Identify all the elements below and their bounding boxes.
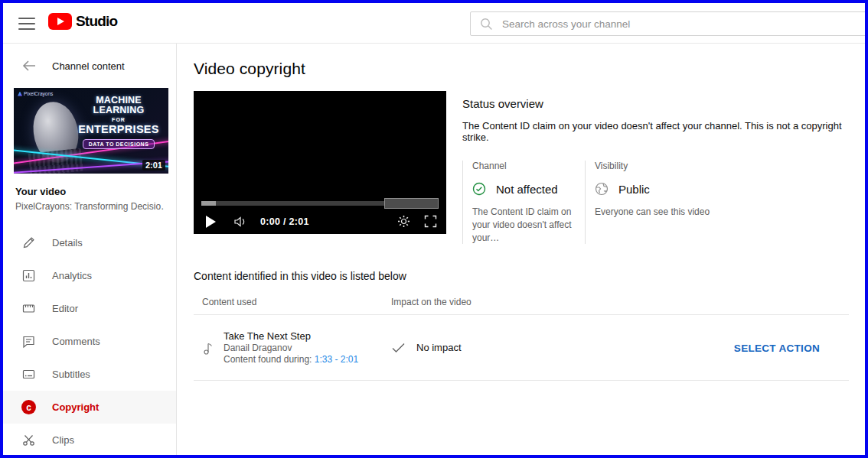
claim-artist: Danail Draganov — [224, 343, 358, 353]
sidebar-item-details[interactable]: Details — [3, 226, 176, 259]
thumbnail-title-line1: MACHINE LEARNING — [73, 96, 164, 115]
sidebar-item-label: Analytics — [52, 270, 92, 281]
video-title: PixelCrayons: Transforming Decisio… — [15, 201, 164, 212]
status-overview-section: Status overview The Content ID claim on … — [446, 91, 850, 244]
sidebar-item-clips[interactable]: Clips — [3, 424, 176, 455]
player-controls: 0:00 / 2:01 — [194, 209, 446, 234]
fullscreen-icon[interactable] — [424, 215, 437, 228]
claims-table-header: Content used Impact on the video — [194, 290, 849, 315]
claim-segment-marker[interactable] — [384, 198, 439, 209]
thumbnail-title-line2: FOR — [73, 117, 164, 122]
pencil-icon — [21, 235, 36, 250]
sidebar-item-label: Comments — [52, 336, 100, 347]
brand-text: Studio — [76, 13, 117, 30]
search-icon — [480, 18, 493, 31]
visibility-status-card: Visibility Public Everyone can see this … — [585, 161, 850, 244]
sidebar-item-label: Subtitles — [52, 369, 90, 380]
channel-label: Channel — [472, 161, 585, 171]
channel-status-value: Not affected — [496, 183, 558, 196]
check-circle-icon — [472, 182, 486, 196]
visibility-status-description: Everyone can see this video — [595, 206, 850, 219]
analytics-icon — [21, 268, 36, 283]
search-bar[interactable] — [470, 11, 865, 36]
editor-icon — [21, 301, 36, 316]
top-bar: Studio — [3, 3, 865, 44]
sidebar-item-editor[interactable]: Editor — [3, 292, 176, 325]
scissors-icon — [21, 433, 36, 447]
comments-icon — [21, 334, 36, 349]
app-window: Studio Channel content PixelCrayons MACH… — [0, 0, 868, 458]
back-label[interactable]: Channel content — [52, 60, 125, 72]
claims-table: Content used Impact on the video Take Th… — [194, 290, 849, 381]
time-display: 0:00 / 2:01 — [260, 216, 309, 227]
back-arrow-icon[interactable] — [21, 58, 37, 73]
subtitles-icon — [21, 367, 36, 382]
channel-status-card: Channel Not affected The Content ID clai… — [462, 161, 585, 244]
visibility-status-value: Public — [618, 183, 650, 196]
search-input[interactable] — [502, 18, 824, 30]
sidebar-item-copyright[interactable]: c Copyright — [3, 391, 176, 424]
claim-song-title: Take The Next Step — [224, 330, 358, 342]
sidebar-item-comments[interactable]: Comments — [3, 325, 176, 358]
main-content: Video copyright 0:00 / 2:01 — [177, 44, 865, 455]
impact-value: No impact — [416, 342, 462, 353]
settings-gear-icon[interactable] — [397, 215, 410, 228]
progress-played — [201, 201, 216, 206]
claim-found-during: Content found during: 1:33 - 2:01 — [224, 354, 358, 365]
claim-row: Take The Next Step Danail Draganov Conte… — [194, 315, 849, 381]
sidebar-item-label: Clips — [52, 434, 74, 446]
column-content-used: Content used — [194, 297, 391, 307]
youtube-studio-logo[interactable]: Studio — [48, 13, 117, 30]
check-icon — [391, 343, 406, 353]
visibility-label: Visibility — [595, 161, 850, 171]
content-list-heading: Content identified in this video is list… — [194, 270, 850, 282]
thumbnail-title-line3: ENTERPRISES — [73, 123, 164, 135]
sidebar-item-label: Copyright — [52, 401, 99, 413]
select-action-button[interactable]: SELECT ACTION — [734, 343, 820, 354]
claim-timestamp-link[interactable]: 1:33 - 2:01 — [315, 354, 358, 365]
music-note-icon — [202, 340, 216, 356]
sidebar-item-label: Editor — [52, 303, 78, 314]
globe-icon — [595, 182, 609, 196]
status-heading: Status overview — [462, 97, 850, 110]
volume-icon[interactable] — [233, 215, 248, 229]
youtube-play-icon — [48, 13, 72, 30]
back-navigation[interactable]: Channel content — [3, 44, 176, 88]
video-player[interactable]: 0:00 / 2:01 — [194, 91, 446, 234]
thumbnail-badge: DATA TO DECISIONS — [83, 139, 155, 149]
sidebar-item-label: Details — [52, 237, 83, 248]
player-progress-bar[interactable] — [201, 198, 439, 209]
duration-badge: 2:01 — [142, 160, 165, 171]
sidebar-item-subtitles[interactable]: Subtitles — [3, 358, 176, 391]
thumbnail-brand-logo: PixelCrayons — [18, 91, 53, 96]
sidebar: Channel content PixelCrayons MACHINE LEA… — [3, 44, 177, 455]
status-description: The Content ID claim on your video doesn… — [462, 120, 850, 143]
copyright-icon: c — [21, 400, 36, 414]
sidebar-menu: Details Analytics Editor Comments Subtit… — [3, 226, 176, 455]
page-title: Video copyright — [194, 60, 850, 78]
hamburger-menu-icon[interactable] — [18, 18, 35, 30]
channel-status-description: The Content ID claim on your video doesn… — [472, 206, 587, 244]
video-thumbnail[interactable]: PixelCrayons MACHINE LEARNING FOR ENTERP… — [14, 88, 168, 174]
column-impact: Impact on the video — [391, 297, 849, 307]
your-video-label: Your video — [15, 186, 164, 197]
play-button[interactable] — [206, 216, 216, 228]
sidebar-item-analytics[interactable]: Analytics — [3, 259, 176, 292]
